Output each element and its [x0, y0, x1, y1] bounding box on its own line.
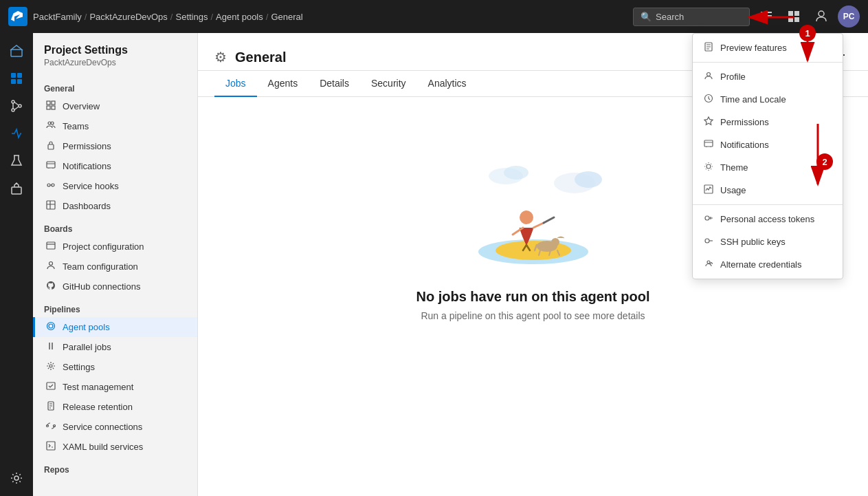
sidebar-item-github[interactable]: GitHub connections: [33, 277, 197, 296]
sidebar-item-xaml[interactable]: XAML build services: [33, 437, 197, 457]
top-nav: PacktFamily / PacktAzureDevOps / Setting…: [0, 0, 868, 33]
release-retention-icon: [46, 401, 56, 413]
sidebar-item-parallel-jobs[interactable]: Parallel jobs: [33, 337, 197, 357]
project-name: PacktAzureDevOps: [44, 58, 186, 67]
dropdown-permissions[interactable]: Permissions: [693, 111, 843, 133]
svg-rect-5: [788, 17, 793, 22]
agent-pools-label: Agent pools: [63, 322, 110, 332]
ssh-label: SSH public keys: [720, 237, 786, 247]
content-title: General: [235, 50, 761, 65]
dropdown-time-locale[interactable]: Time and Locale: [693, 88, 843, 111]
notifications-dd-label: Notifications: [720, 140, 769, 150]
dropdown-preview-features[interactable]: Preview features: [693, 36, 843, 59]
dropdown-notifications[interactable]: Notifications: [693, 133, 843, 156]
svg-point-39: [49, 365, 52, 367]
breadcrumb-general[interactable]: General: [271, 12, 302, 22]
svg-rect-66: [704, 140, 713, 147]
breadcrumb-settings[interactable]: Settings: [175, 12, 208, 22]
test-management-label: Test management: [63, 382, 133, 392]
svg-point-64: [707, 73, 711, 76]
teams-icon: [46, 120, 56, 132]
sidebar: Project Settings PacktAzureDevOps Genera…: [33, 33, 198, 496]
sidebar-item-test-management[interactable]: Test management: [33, 377, 197, 397]
alternate-creds-label: Alternate credentials: [720, 259, 802, 270]
sidebar-item-service-connections[interactable]: Service connections: [33, 417, 197, 437]
notifications-dd-icon: [704, 139, 713, 151]
search-placeholder: Search: [656, 12, 684, 22]
breadcrumb-agent-pools[interactable]: Agent pools: [216, 12, 263, 22]
svg-point-14: [12, 109, 14, 111]
dropdown-alternate-creds[interactable]: Alternate credentials: [693, 253, 843, 276]
test-management-icon: [46, 381, 56, 393]
overview-label: Overview: [63, 101, 100, 111]
tab-details[interactable]: Details: [309, 71, 360, 97]
svg-point-7: [819, 11, 824, 17]
icon-rail: [0, 33, 33, 496]
svg-point-69: [705, 216, 709, 220]
sidebar-item-teams[interactable]: Teams: [33, 116, 197, 136]
tab-jobs[interactable]: Jobs: [214, 71, 257, 97]
breadcrumb-project[interactable]: PacktAzureDevOps: [89, 12, 167, 22]
empty-state-title: No jobs have run on this agent pool: [416, 289, 649, 305]
rail-repos[interactable]: [4, 94, 29, 118]
customize-layout-button[interactable]: [755, 6, 777, 28]
dashboards-icon: [46, 200, 56, 212]
svg-point-15: [19, 105, 21, 107]
rail-home[interactable]: [4, 39, 29, 63]
preview-features-icon: [704, 42, 713, 54]
sidebar-item-team-config[interactable]: Team configuration: [33, 257, 197, 277]
time-locale-label: Time and Locale: [720, 94, 786, 105]
sidebar-item-project-config[interactable]: Project configuration: [33, 237, 197, 257]
sidebar-item-settings[interactable]: Settings: [33, 357, 197, 377]
svg-point-71: [707, 261, 710, 263]
tab-agents[interactable]: Agents: [257, 71, 309, 97]
time-locale-icon: [704, 94, 713, 105]
rail-settings[interactable]: [4, 466, 29, 490]
user-menu-button[interactable]: [810, 6, 832, 28]
azure-devops-logo[interactable]: [8, 7, 27, 26]
dropdown-theme[interactable]: Theme: [693, 156, 843, 179]
sidebar-item-release-retention[interactable]: Release retention: [33, 397, 197, 417]
search-box[interactable]: 🔍 Search: [633, 8, 750, 26]
rail-boards[interactable]: [4, 66, 29, 91]
svg-line-56: [544, 217, 554, 223]
dropdown-divider-2: [693, 204, 843, 205]
sidebar-item-agent-pools[interactable]: Agent pools: [33, 317, 197, 337]
svg-line-53: [533, 223, 544, 228]
windows-button[interactable]: [783, 6, 805, 28]
sidebar-item-dashboards[interactable]: Dashboards: [33, 196, 197, 216]
usage-label: Usage: [720, 185, 746, 195]
dropdown-ssh[interactable]: SSH public keys: [693, 230, 843, 253]
rail-testing[interactable]: [4, 149, 29, 173]
permissions-icon: [46, 140, 56, 152]
sidebar-header: Project Settings PacktAzureDevOps: [33, 44, 197, 76]
dropdown-divider-1: [693, 62, 843, 63]
sidebar-item-service-hooks[interactable]: Service hooks: [33, 176, 197, 196]
service-hooks-icon: [46, 180, 56, 192]
rail-pipelines[interactable]: [4, 121, 29, 146]
avatar[interactable]: PC: [838, 6, 860, 28]
svg-rect-29: [47, 162, 55, 168]
xaml-icon: [46, 441, 56, 453]
dropdown-profile[interactable]: Profile: [693, 65, 843, 88]
sidebar-item-permissions[interactable]: Permissions: [33, 136, 197, 156]
dropdown-pat[interactable]: Personal access tokens: [693, 208, 843, 230]
sidebar-item-overview[interactable]: Overview: [33, 96, 197, 116]
svg-point-70: [705, 239, 709, 243]
svg-rect-6: [794, 17, 799, 22]
tab-security[interactable]: Security: [360, 71, 417, 97]
profile-label: Profile: [720, 72, 746, 82]
svg-rect-33: [47, 242, 55, 249]
rail-artifacts[interactable]: [4, 176, 29, 201]
svg-rect-12: [17, 79, 22, 84]
svg-point-58: [551, 238, 559, 246]
tab-analytics[interactable]: Analytics: [417, 71, 478, 97]
dropdown-usage[interactable]: Usage: [693, 179, 843, 202]
svg-rect-24: [47, 106, 50, 109]
permissions-label: Permissions: [63, 141, 111, 151]
sidebar-item-notifications[interactable]: Notifications: [33, 156, 197, 176]
svg-rect-1: [761, 15, 772, 17]
github-icon: [46, 281, 56, 292]
breadcrumb-org[interactable]: PacktFamily: [33, 12, 82, 22]
nav-actions: PC: [755, 6, 860, 28]
